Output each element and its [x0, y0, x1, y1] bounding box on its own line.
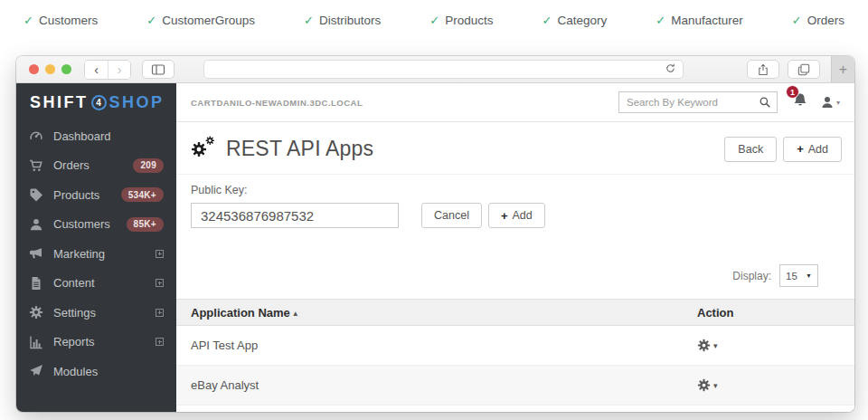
chevron-down-icon: ▾: [836, 99, 840, 107]
check-item-products[interactable]: ✓ Products: [429, 14, 493, 27]
search-icon[interactable]: [753, 92, 777, 112]
products-count-badge: 534K+: [121, 187, 164, 202]
sidebar-item-label: Products: [53, 188, 99, 202]
display-label: Display:: [732, 270, 771, 282]
tab-overview-icon[interactable]: [788, 60, 820, 79]
gears-icon: [29, 305, 43, 320]
sidebar-item-label: Content: [53, 276, 95, 290]
sidebar-item-dashboard[interactable]: Dashboard: [16, 121, 176, 151]
address-bar[interactable]: [203, 60, 684, 79]
expand-icon[interactable]: [156, 309, 164, 317]
row-action-menu[interactable]: ▾: [697, 378, 854, 392]
check-icon: ✓: [542, 14, 552, 27]
sidebar-item-label: Reports: [53, 335, 95, 348]
check-item-distributors[interactable]: ✓ Distributors: [304, 14, 381, 27]
expand-icon[interactable]: [156, 250, 164, 258]
share-icon[interactable]: [747, 60, 779, 79]
display-count-control: Display: 15 ▼: [176, 228, 854, 299]
plus-icon: +: [839, 62, 847, 78]
public-key-form: Public Key: Cancel + Add: [176, 175, 854, 228]
check-icon: ✓: [146, 14, 156, 27]
check-item-label: CustomerGroups: [162, 14, 255, 27]
back-icon[interactable]: ‹: [85, 61, 108, 79]
sidebar-item-label: Dashboard: [53, 129, 111, 143]
check-item-manufacturer[interactable]: ✓ Manufacturer: [656, 14, 742, 27]
checklist-strip: ✓ Customers ✓ CustomerGroups ✓ Distribut…: [0, 0, 868, 40]
back-button[interactable]: Back: [724, 137, 777, 162]
sidebar-item-orders[interactable]: Orders 209: [16, 151, 176, 181]
plus-icon: +: [501, 210, 508, 222]
sidebar-item-modules[interactable]: Modules: [16, 357, 176, 387]
public-key-label: Public Key:: [191, 184, 840, 196]
check-item-label: Distributors: [319, 14, 381, 27]
browser-window: ‹ ›: [16, 56, 854, 412]
column-label: Application Name: [191, 306, 290, 320]
app-name-cell: API Test App: [176, 326, 683, 366]
bar-chart-icon: [29, 335, 43, 349]
add-button-label: Add: [808, 143, 828, 156]
api-apps-table: Application Name▲ Action API Test App: [176, 299, 854, 406]
shift4shop-logo[interactable]: SHIFT 4 SHOP: [16, 83, 176, 121]
sidebar-item-reports[interactable]: Reports: [16, 328, 176, 358]
browser-toolbar: ‹ ›: [16, 56, 854, 83]
cancel-button-label: Cancel: [434, 209, 469, 222]
dashboard-gauge-icon: [29, 129, 43, 143]
logo-text-shop: SHOP: [109, 93, 165, 112]
sidebar-item-label: Settings: [53, 306, 96, 320]
check-item-customergroups[interactable]: ✓ CustomerGroups: [146, 14, 255, 27]
check-item-label: Customers: [39, 14, 98, 27]
expand-icon[interactable]: [156, 338, 164, 346]
check-icon: ✓: [792, 14, 802, 27]
sidebar-item-customers[interactable]: Customers 85K+: [16, 210, 176, 240]
check-icon: ✓: [429, 14, 439, 27]
sidebar-item-products[interactable]: Products 534K+: [16, 180, 176, 210]
minimize-window-button[interactable]: [45, 64, 55, 74]
notifications-bell-icon[interactable]: 1: [792, 92, 808, 112]
sidebar-item-settings[interactable]: Settings: [16, 298, 176, 328]
close-window-button[interactable]: [29, 64, 39, 74]
form-add-button[interactable]: + Add: [488, 203, 545, 228]
column-label: Action: [697, 306, 733, 320]
check-item-label: Products: [445, 14, 493, 27]
column-application-name[interactable]: Application Name▲: [176, 300, 683, 326]
check-item-customers[interactable]: ✓ Customers: [24, 14, 98, 27]
forward-icon[interactable]: ›: [108, 61, 130, 79]
expand-icon[interactable]: [156, 279, 164, 287]
check-item-orders[interactable]: ✓ Orders: [792, 14, 844, 27]
keyword-search: [618, 91, 778, 113]
sidebar-item-marketing[interactable]: Marketing: [16, 239, 176, 269]
main-panel: CARTDANILO-NEWADMIN.3DC.LOCAL: [176, 83, 854, 412]
table-row: eBay Analyst ▾: [176, 366, 854, 406]
select-caret-icon: ▼: [806, 272, 812, 279]
public-key-input[interactable]: [191, 203, 399, 228]
new-tab-button[interactable]: +: [831, 56, 854, 82]
sidebar-item-label: Marketing: [53, 247, 105, 261]
sidebar-toggle-icon[interactable]: [142, 60, 175, 79]
document-icon: [29, 276, 43, 291]
customers-count-badge: 85K+: [127, 217, 164, 232]
display-value: 15: [786, 271, 797, 282]
cancel-button[interactable]: Cancel: [421, 203, 482, 228]
check-item-label: Manufacturer: [671, 14, 743, 27]
refresh-icon[interactable]: [665, 62, 676, 78]
nav-buttons: ‹ ›: [84, 60, 131, 80]
check-item-category[interactable]: ✓ Category: [542, 14, 607, 27]
check-icon: ✓: [304, 14, 314, 27]
app-name-cell: eBay Analyst: [176, 366, 683, 406]
add-button[interactable]: + Add: [783, 137, 842, 162]
row-action-menu[interactable]: ▾: [697, 339, 854, 352]
toolbar-right-buttons: [747, 60, 820, 79]
user-menu[interactable]: ▾: [820, 95, 840, 110]
sidebar-item-content[interactable]: Content: [16, 269, 176, 299]
notification-count-badge: 1: [786, 85, 799, 99]
admin-header: CARTDANILO-NEWADMIN.3DC.LOCAL: [176, 83, 854, 122]
display-select[interactable]: 15 ▼: [779, 264, 818, 287]
check-item-label: Orders: [807, 14, 844, 27]
search-input[interactable]: [619, 97, 753, 108]
check-icon: ✓: [656, 14, 665, 27]
rocket-icon: [29, 364, 43, 378]
orders-count-badge: 209: [133, 158, 164, 173]
sidebar-item-label: Customers: [53, 217, 110, 231]
tag-icon: [29, 187, 43, 202]
zoom-window-button[interactable]: [61, 64, 71, 74]
